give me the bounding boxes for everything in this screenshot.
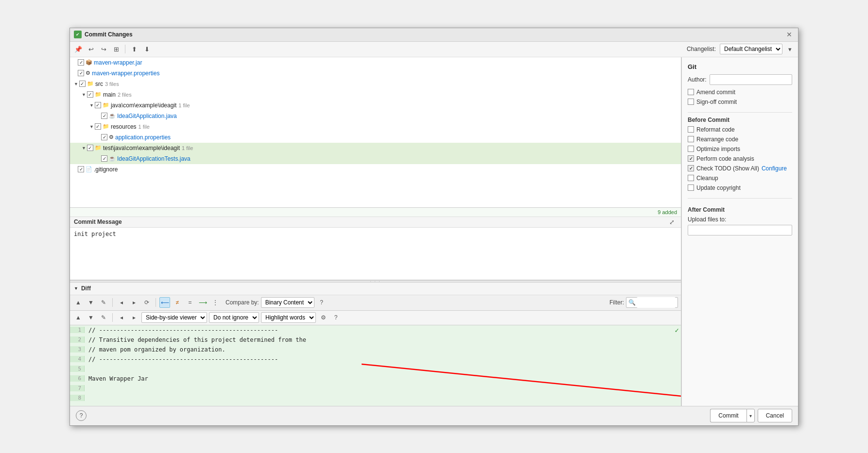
perform-analysis-checkbox[interactable] <box>688 155 694 162</box>
checkmark-icon: ✓ <box>675 326 679 334</box>
group-button[interactable]: ⊞ <box>111 44 122 54</box>
list-item[interactable]: ▼ 📁 test\java\com\example\ideagit 1 file <box>70 143 681 153</box>
expand-commit-message-button[interactable]: ⤢ <box>666 217 677 227</box>
reformat-code-checkbox[interactable] <box>688 126 694 133</box>
help-button[interactable]: ? <box>76 410 87 421</box>
prev-diff-button[interactable]: ▲ <box>73 297 84 308</box>
ignore-select[interactable]: Do not ignore <box>209 312 259 323</box>
file-checkbox[interactable] <box>78 166 84 172</box>
help-diff-button[interactable]: ? <box>316 297 327 308</box>
check-todo-checkbox[interactable] <box>688 165 694 171</box>
diff-prev-change-btn[interactable]: ◂ <box>116 312 127 323</box>
commit-button[interactable]: Commit <box>710 409 746 422</box>
dialog-icon: ✔ <box>74 31 82 38</box>
close-button[interactable]: ✕ <box>784 30 794 39</box>
file-name: maven-wrapper.jar <box>94 59 142 66</box>
list-item[interactable]: ☕ IdeaGitApplication.java <box>70 111 681 121</box>
file-count-badge: 1 file <box>178 102 190 108</box>
expand-all-button[interactable]: ⬇ <box>141 44 152 54</box>
accept-right-button[interactable]: ⟶ <box>197 297 208 308</box>
cleanup-checkbox[interactable] <box>688 175 694 181</box>
reject-button[interactable]: ≠ <box>172 297 183 308</box>
author-row: Author: <box>688 74 792 85</box>
changelist-select[interactable]: Default Changelist <box>720 44 782 54</box>
compare-by-select[interactable]: Binary Content <box>261 297 314 308</box>
diff-line: 6 Maven Wrapper Jar <box>70 374 681 384</box>
accept-both-button[interactable]: = <box>185 297 195 308</box>
pin-button[interactable]: 📌 <box>73 44 84 54</box>
next-file-button[interactable]: ▸ <box>129 297 139 308</box>
collapse-all-button[interactable]: ⬆ <box>129 44 139 54</box>
accept-left-button[interactable]: ⟵ <box>159 297 170 308</box>
diff-line: 2 // Transitive dependencies of this pro… <box>70 335 681 345</box>
next-diff-button[interactable]: ▼ <box>86 297 96 308</box>
file-name: IdeaGitApplication.java <box>117 113 177 119</box>
signoff-commit-checkbox[interactable] <box>688 99 694 105</box>
folder-icon: 📁 <box>103 123 109 130</box>
folder-name: java\com\example\ideagit <box>111 102 176 109</box>
highlight-select[interactable]: Highlight words <box>261 312 316 323</box>
undo-button[interactable]: ↩ <box>86 44 96 54</box>
settings-button[interactable]: ⚙ <box>318 312 329 323</box>
file-checkbox[interactable] <box>95 102 101 108</box>
upload-files-input[interactable] <box>688 225 792 235</box>
diff-content[interactable]: ✓ 1 // ---------------------------------… <box>70 325 681 406</box>
diff-edit-btn[interactable]: ✎ <box>98 312 109 323</box>
edit-button[interactable]: ✎ <box>98 297 109 308</box>
commit-message-section: Commit Message ⤢ init project <box>70 217 681 280</box>
diff-help-button[interactable]: ? <box>330 312 341 323</box>
perform-analysis-row: Perform code analysis <box>688 155 792 162</box>
cancel-button[interactable]: Cancel <box>758 409 792 422</box>
file-count-badge: 3 files <box>105 81 119 87</box>
configure-link[interactable]: Configure <box>762 165 787 172</box>
divider-1 <box>688 112 792 113</box>
diff-next-change-btn[interactable]: ▸ <box>129 312 139 323</box>
before-commit-title: Before Commit <box>688 117 792 123</box>
list-item[interactable]: ▼ 📁 java\com\example\ideagit 1 file <box>70 100 681 111</box>
upload-files-label: Upload files to: <box>688 216 792 223</box>
diff-viewer-toolbar: ▲ ▼ ✎ ◂ ▸ Side-by-side viewer Do not ign… <box>70 311 681 325</box>
amend-commit-checkbox[interactable] <box>688 89 694 95</box>
file-checkbox[interactable] <box>101 155 107 162</box>
filter-input[interactable] <box>637 297 676 308</box>
list-item[interactable]: ▼ 📁 src 3 files <box>70 79 681 89</box>
list-item[interactable]: ☕ IdeaGitApplicationTests.java <box>70 153 681 164</box>
update-copyright-row: Update copyright <box>688 185 792 191</box>
file-icon-props: ⚙ <box>86 70 90 76</box>
list-item[interactable]: 📄 .gitignore <box>70 164 681 175</box>
commit-message-header: Commit Message ⤢ <box>70 217 681 228</box>
viewer-mode-select[interactable]: Side-by-side viewer <box>141 312 207 323</box>
changelist-dropdown-button[interactable]: ▾ <box>784 44 795 54</box>
optimize-imports-checkbox[interactable] <box>688 146 694 152</box>
diff-collapse-arrow[interactable]: ▼ <box>74 286 78 291</box>
folder-icon: 📁 <box>103 102 109 108</box>
list-item[interactable]: 📦 maven-wrapper.jar <box>70 57 681 68</box>
rearrange-code-checkbox[interactable] <box>688 136 694 142</box>
list-item[interactable]: ⚙ application.properties <box>70 132 681 143</box>
list-item[interactable]: ⚙ maven-wrapper.properties <box>70 68 681 79</box>
folder-icon: 📁 <box>95 145 102 151</box>
more-options-button[interactable]: ⋮ <box>210 297 221 308</box>
diff-next-btn[interactable]: ▼ <box>86 312 96 323</box>
file-checkbox[interactable] <box>95 123 101 130</box>
list-item[interactable]: ▼ 📁 resources 1 file <box>70 121 681 132</box>
refresh-button[interactable]: ⟳ <box>141 297 152 308</box>
file-checkbox[interactable] <box>79 81 86 87</box>
file-checkbox[interactable] <box>101 134 107 140</box>
file-checkbox[interactable] <box>87 145 93 151</box>
author-input[interactable] <box>710 74 792 85</box>
file-checkbox[interactable] <box>78 70 84 76</box>
commit-dropdown-button[interactable]: ▾ <box>746 409 755 422</box>
update-copyright-checkbox[interactable] <box>688 185 694 191</box>
title-bar: ✔ Commit Changes ✕ <box>70 28 798 42</box>
redo-button[interactable]: ↪ <box>98 44 109 54</box>
file-checkbox[interactable] <box>101 113 107 119</box>
file-checkbox[interactable] <box>87 91 93 98</box>
tree-arrow: ▼ <box>89 124 94 129</box>
commit-message-input[interactable]: init project <box>70 228 681 280</box>
tree-arrow: ▼ <box>82 92 86 97</box>
diff-prev-btn[interactable]: ▲ <box>73 312 84 323</box>
list-item[interactable]: ▼ 📁 main 2 files <box>70 89 681 100</box>
file-checkbox[interactable] <box>78 59 84 66</box>
prev-file-button[interactable]: ◂ <box>116 297 127 308</box>
